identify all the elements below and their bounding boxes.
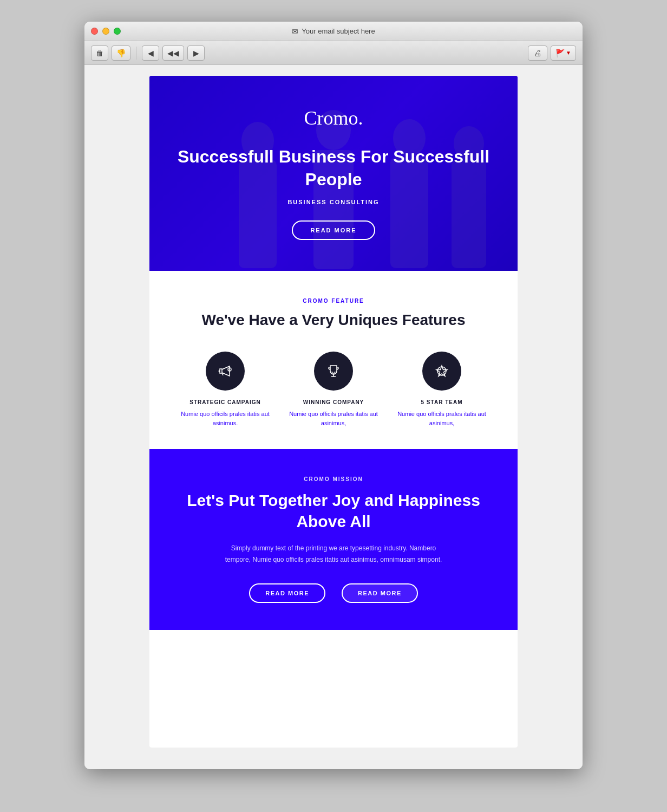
feature-item-campaign: STRATEGIC CAMPAIGN Numie quo officils pr… — [176, 352, 274, 427]
delete-button[interactable]: 🗑 — [91, 46, 108, 61]
hero-subtitle: BUSINESS CONSULTING — [171, 199, 496, 205]
email-body: Cromo. Successfull Business For Successf… — [149, 76, 518, 748]
feature-desc-team: Numie quo officils prales itatis aut asi… — [393, 410, 491, 427]
print-icon: 🖨 — [534, 49, 541, 57]
megaphone-icon — [217, 362, 234, 380]
hero-logo: Cromo. — [171, 107, 496, 129]
back-button[interactable]: ◀ — [142, 46, 159, 61]
hero-content: Cromo. Successfull Business For Successf… — [149, 107, 518, 239]
feature-name-campaign: STRATEGIC CAMPAIGN — [176, 399, 274, 405]
mission-tag: CROMO MISSION — [182, 476, 485, 482]
forward-button[interactable]: ▶ — [187, 46, 205, 61]
toolbar: 🗑 👎 ◀ ◀◀ ▶ 🖨 🚩 ▼ — [84, 41, 583, 65]
star-icon — [433, 362, 450, 380]
dropdown-icon: ▼ — [566, 50, 571, 56]
feature-item-company: WINNING COMPANY Numie quo officils prale… — [285, 352, 382, 427]
traffic-lights — [91, 28, 121, 35]
window-title: ✉ Your email subject here — [292, 27, 375, 36]
hero-title: Successfull Business For Successfull Peo… — [171, 146, 496, 191]
email-icon: ✉ — [292, 27, 298, 36]
mission-btn-1[interactable]: READ MORE — [249, 583, 325, 603]
mission-buttons: READ MORE READ MORE — [182, 583, 485, 603]
feature-icon-company — [314, 352, 353, 391]
trophy-icon — [325, 362, 342, 380]
dislike-button[interactable]: 👎 — [112, 46, 130, 61]
hero-cta-button[interactable]: READ MORE — [292, 220, 375, 240]
mission-btn-2[interactable]: READ MORE — [342, 583, 418, 603]
feature-desc-company: Numie quo officils prales itatis aut asi… — [285, 410, 382, 427]
hero-section: Cromo. Successfull Business For Successf… — [149, 76, 518, 271]
mission-title: Let's Put Together Joy and Happiness Abo… — [182, 490, 485, 532]
mission-desc: Simply dummy text of the printing we are… — [220, 543, 447, 565]
mission-section: CROMO MISSION Let's Put Together Joy and… — [149, 449, 518, 630]
mac-window: ✉ Your email subject here 🗑 👎 ◀ ◀◀ ▶ 🖨 🚩… — [84, 22, 583, 769]
feature-icon-campaign — [206, 352, 245, 391]
close-button[interactable] — [91, 28, 98, 35]
email-content-wrapper: Cromo. Successfull Business For Successf… — [84, 65, 583, 769]
feature-icon-team — [422, 352, 461, 391]
minimize-button[interactable] — [102, 28, 109, 35]
toolbar-right: 🖨 🚩 ▼ — [528, 46, 576, 61]
features-title: We've Have a Very Uniques Features — [171, 310, 496, 330]
feature-name-company: WINNING COMPANY — [285, 399, 382, 405]
toolbar-separator — [136, 47, 136, 60]
feature-item-team: 5 STAR TEAM Numie quo officils prales it… — [393, 352, 491, 427]
feature-desc-campaign: Numie quo officils prales itatis aut asi… — [176, 410, 274, 427]
svg-point-8 — [219, 371, 220, 372]
features-grid: STRATEGIC CAMPAIGN Numie quo officils pr… — [171, 352, 496, 427]
maximize-button[interactable] — [114, 28, 121, 35]
flag-button[interactable]: 🚩 ▼ — [551, 46, 576, 61]
back-all-button[interactable]: ◀◀ — [162, 46, 184, 61]
flag-icon: 🚩 — [555, 49, 565, 57]
feature-name-team: 5 STAR TEAM — [393, 399, 491, 405]
features-section: CROMO FEATURE We've Have a Very Uniques … — [149, 271, 518, 449]
features-tag: CROMO FEATURE — [171, 298, 496, 304]
title-bar: ✉ Your email subject here — [84, 22, 583, 41]
print-button[interactable]: 🖨 — [528, 46, 547, 61]
